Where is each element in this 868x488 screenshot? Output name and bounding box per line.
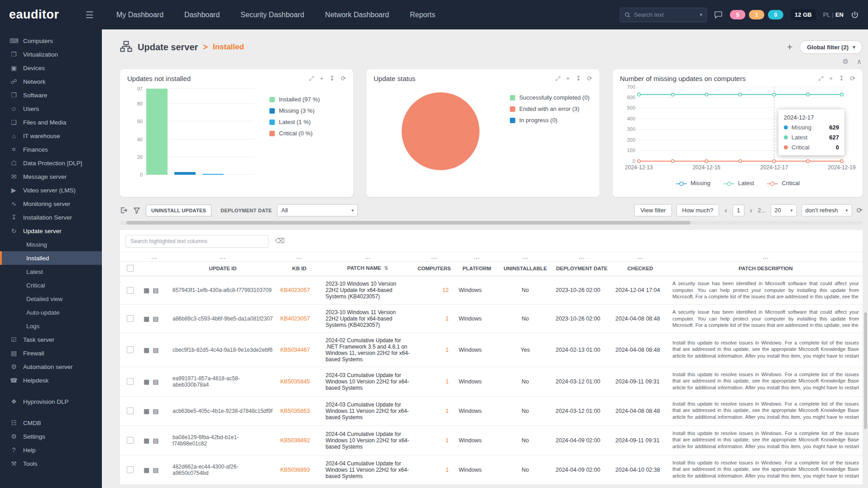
search-chevron-down-icon[interactable]: ▾: [700, 12, 703, 18]
cell-computers[interactable]: 1: [413, 333, 455, 367]
sidebar-item-computers[interactable]: ⌨Computers: [0, 34, 102, 48]
details-view-icon[interactable]: ▤: [153, 315, 158, 322]
row-checkbox[interactable]: [127, 437, 134, 444]
column-menu[interactable]: ...: [455, 252, 499, 262]
sidebar-item-finances[interactable]: ¤Finances: [0, 143, 102, 156]
column-header-patch-name[interactable]: PATCH NAME ⇅: [322, 262, 413, 276]
column-header-checked[interactable]: CHECKED: [612, 262, 669, 276]
sidebar-item-task-server[interactable]: ☑Task server: [0, 333, 102, 346]
next-page-icon[interactable]: ›: [749, 206, 753, 215]
column-header-kb-id[interactable]: KB ID: [277, 262, 322, 276]
sidebar-item-hyprovision-dlp[interactable]: ❖Hyprovision DLP: [0, 395, 102, 408]
sidebar-item-devices[interactable]: ▣Devices: [0, 61, 102, 75]
sort-icon[interactable]: ⇅: [384, 265, 388, 271]
lang-pl[interactable]: PL: [823, 11, 830, 18]
sidebar-item-update-server[interactable]: ↻Update server: [0, 224, 102, 238]
row-checkbox[interactable]: [127, 378, 134, 385]
clear-search-icon[interactable]: ⌫: [275, 237, 284, 244]
topnav-security-dashboard[interactable]: Security Dashboard: [240, 11, 304, 19]
legend-item-successfully-completed-0[interactable]: Successfully completed (0): [510, 94, 590, 101]
global-search[interactable]: ▾: [620, 8, 707, 22]
how-much-button[interactable]: How much?: [676, 204, 719, 216]
cell-kb-id[interactable]: KB4023057: [277, 304, 322, 333]
details-view-icon[interactable]: ▤: [153, 287, 158, 294]
grid-view-icon[interactable]: ▦: [144, 287, 149, 294]
sidebar-item-help[interactable]: ?Help: [0, 443, 102, 457]
cell-computers[interactable]: 1: [413, 426, 455, 455]
sidebar-item-installation-server[interactable]: ↧Installation Server: [0, 211, 102, 224]
column-menu[interactable]: ...: [169, 252, 277, 262]
cell-computers[interactable]: 1: [413, 396, 455, 426]
view-filter-button[interactable]: View filter: [634, 204, 671, 216]
column-menu[interactable]: ...: [612, 252, 669, 262]
current-page[interactable]: 1: [733, 205, 744, 216]
add-widget-button[interactable]: +: [787, 42, 792, 53]
chat-icon[interactable]: [714, 11, 723, 19]
horizontal-scrollbar[interactable]: [120, 221, 863, 225]
column-header-uninstallable[interactable]: UNINSTALLABLE: [499, 262, 552, 276]
topnav-my-dashboard[interactable]: My Dashboard: [116, 11, 163, 19]
cell-kb-id[interactable]: KB4023057: [277, 276, 322, 305]
search-input[interactable]: [634, 11, 696, 18]
refresh-icon[interactable]: ⟳: [850, 75, 855, 82]
grid-view-icon[interactable]: ▦: [144, 437, 149, 444]
sidebar-subitem-auto-update[interactable]: Auto-update: [0, 306, 102, 319]
prev-page-icon[interactable]: ‹: [724, 206, 728, 215]
legend-item-latest[interactable]: Latest: [723, 180, 754, 187]
notification-badge-0[interactable]: 5: [730, 10, 745, 19]
sidebar-item-data-protection-dlp[interactable]: ☖Data Protection [DLP]: [0, 156, 102, 170]
details-view-icon[interactable]: ▤: [153, 378, 158, 385]
expand-icon[interactable]: ⤢: [555, 75, 560, 82]
notification-badge-1[interactable]: 1: [749, 10, 764, 19]
sidebar-item-settings[interactable]: ⚙Settings: [0, 430, 102, 443]
sidebar-item-monitoring-server[interactable]: ∿Monitoring server: [0, 197, 102, 211]
row-checkbox[interactable]: [127, 346, 134, 353]
vertical-scrollbar-thumb[interactable]: [864, 312, 867, 429]
cell-kb-id[interactable]: KB5035853: [277, 396, 322, 426]
column-menu[interactable]: ...: [413, 252, 455, 262]
legend-item-missing[interactable]: Missing (3 %): [269, 107, 320, 114]
sidebar-item-video-server-lms[interactable]: ▶Video server (LMS): [0, 183, 102, 197]
dashboard-settings-gear-icon[interactable]: ⚙: [843, 57, 849, 66]
download-icon[interactable]: ↧: [576, 75, 581, 82]
sidebar-item-tools[interactable]: ⚒Tools: [0, 457, 102, 470]
legend-item-latest[interactable]: Latest (1 %): [269, 119, 320, 125]
sidebar-item-users[interactable]: ☺Users: [0, 102, 102, 115]
grid-view-icon[interactable]: ▦: [144, 378, 149, 385]
grid-view-icon[interactable]: ▦: [144, 407, 149, 415]
grid-view-icon[interactable]: ▦: [144, 346, 149, 354]
legend-item-critical[interactable]: Critical: [767, 180, 800, 187]
details-view-icon[interactable]: ▤: [153, 407, 158, 415]
cell-computers[interactable]: 12: [413, 276, 455, 305]
horizontal-scrollbar-thumb[interactable]: [126, 221, 691, 225]
sidebar-item-virtualization[interactable]: ❐Virtualization: [0, 48, 102, 61]
power-icon[interactable]: [851, 11, 859, 19]
column-menu[interactable]: ...: [322, 252, 413, 262]
refresh-icon[interactable]: ⟳: [340, 75, 346, 82]
sidebar-item-automation-server[interactable]: ⚙Automation server: [0, 360, 102, 373]
cell-computers[interactable]: 1: [413, 455, 455, 484]
column-menu[interactable]: ...: [669, 252, 863, 262]
grid-view-icon[interactable]: ▦: [144, 466, 149, 474]
table-search-input[interactable]: [125, 235, 269, 248]
breadcrumb-parent[interactable]: Update server: [138, 42, 198, 53]
deployment-date-select[interactable]: All ▾: [277, 204, 358, 216]
add-icon[interactable]: +: [566, 75, 570, 82]
sidebar-item-message-server[interactable]: ✉Message server: [0, 170, 102, 183]
refresh-icon[interactable]: ⟳: [587, 75, 592, 82]
column-menu[interactable]: ...: [552, 252, 612, 262]
cell-computers[interactable]: 1: [413, 304, 455, 333]
hamburger-menu-icon[interactable]: ☰: [86, 10, 94, 20]
table-refresh-icon[interactable]: ⟳: [857, 206, 863, 215]
details-view-icon[interactable]: ▤: [153, 346, 158, 354]
row-checkbox[interactable]: [127, 287, 134, 294]
sidebar-subitem-detailed-view[interactable]: Detailed view: [0, 292, 102, 306]
filter-funnel-icon[interactable]: [133, 207, 140, 214]
cell-kb-id[interactable]: KB5034467: [277, 333, 322, 367]
export-icon[interactable]: [120, 206, 128, 214]
column-header-patch-description[interactable]: PATCH DESCRIPTION: [669, 262, 863, 276]
topnav-dashboard[interactable]: Dashboard: [184, 11, 220, 19]
legend-item-critical[interactable]: Critical (0 %): [269, 130, 320, 137]
cell-kb-id[interactable]: KB5036893: [277, 455, 322, 484]
grid-view-icon[interactable]: ▦: [144, 315, 149, 322]
